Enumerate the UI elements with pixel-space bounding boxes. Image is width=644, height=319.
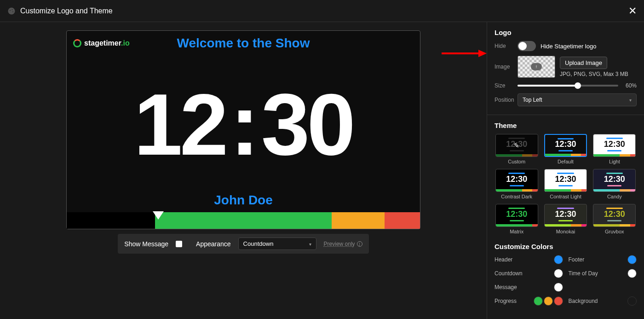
color-row-countdown: Countdown <box>494 269 563 278</box>
chevron-down-icon: ▾ <box>629 98 632 103</box>
theme-name: Contrast Dark <box>501 194 532 199</box>
theme-name: Candy <box>607 194 622 199</box>
upload-hint: JPG, PNG, SVG, Max 3 MB <box>560 71 628 77</box>
info-icon: i <box>357 241 362 247</box>
color-row-header: Header <box>494 255 563 264</box>
preview-controls: Show Message Appearance Countdown ▾ Prev… <box>118 234 368 254</box>
color-swatch[interactable] <box>534 296 543 306</box>
color-swatch[interactable] <box>554 269 563 278</box>
position-value: Top Left <box>523 97 542 103</box>
logo-section-title: Logo <box>494 29 637 36</box>
theme-option-contrast-dark[interactable]: 12:30Contrast Dark <box>494 169 539 199</box>
color-row-time-of-day: Time of Day <box>569 269 637 278</box>
color-label: Progress <box>494 298 517 304</box>
color-row-footer: Footer <box>569 255 637 264</box>
size-slider[interactable] <box>518 85 618 87</box>
color-row-message: Message <box>494 283 563 292</box>
modal-header: Customize Logo and Theme ✕ <box>0 0 644 22</box>
theme-name: Matrix <box>510 229 523 234</box>
image-dropzone[interactable] <box>518 56 555 78</box>
time-minutes: 12 <box>134 75 225 173</box>
theme-option-monokai[interactable]: 12:30Monokai <box>543 204 587 234</box>
image-label: Image <box>494 64 518 70</box>
theme-name: Light <box>609 159 620 164</box>
upload-image-button[interactable]: Upload Image <box>560 57 607 69</box>
theme-name: Custom <box>508 159 525 164</box>
modal-title: Customize Logo and Theme <box>20 7 113 15</box>
color-label: Countdown <box>494 270 523 277</box>
theme-option-contrast-light[interactable]: 12:30Contrast Light <box>543 169 587 199</box>
theme-name: Contrast Light <box>550 194 581 199</box>
color-swatch[interactable] <box>627 269 637 278</box>
theme-section: Theme 12:30✎Custom12:30Default12:30Light… <box>494 122 637 234</box>
color-swatch[interactable] <box>554 296 563 306</box>
size-label: Size <box>494 82 518 89</box>
logo-suffix: .io <box>121 39 130 47</box>
size-value: 60% <box>618 82 637 89</box>
appearance-select[interactable]: Countdown ▾ <box>238 238 316 250</box>
color-row-background: Background <box>569 296 637 306</box>
svg-point-1 <box>10 10 11 11</box>
color-swatch[interactable] <box>554 255 563 264</box>
logo-section: Logo Hide Hide Stagetimer logo Image Upl… <box>494 29 637 106</box>
theme-option-custom[interactable]: 12:30✎Custom <box>494 134 539 164</box>
svg-point-2 <box>12 9 12 10</box>
chevron-down-icon: ▾ <box>309 241 311 246</box>
hide-logo-toggle[interactable] <box>518 41 536 51</box>
colors-section-title: Customize Colors <box>494 243 637 250</box>
progress-caret-icon <box>153 211 164 220</box>
svg-point-3 <box>12 11 13 12</box>
palette-icon <box>7 7 16 15</box>
preview-header-text: Welcome to the Show <box>177 36 310 51</box>
theme-option-default[interactable]: 12:30Default <box>543 134 587 164</box>
theme-option-gruvbox[interactable]: 12:30Gruvbox <box>592 204 637 234</box>
color-swatch[interactable] <box>627 296 637 306</box>
position-label: Position <box>494 97 518 103</box>
annotation-arrow <box>442 50 487 57</box>
color-swatch[interactable] <box>544 296 553 306</box>
color-label: Background <box>569 298 598 304</box>
appearance-label: Appearance <box>196 240 231 248</box>
preview-area: stagetimer.io Welcome to the Show 12:30 … <box>0 22 487 319</box>
hide-logo-toggle-label: Hide Stagetimer logo <box>540 43 596 50</box>
theme-name: Default <box>558 159 574 164</box>
show-message-label: Show Message <box>124 240 168 248</box>
color-row-progress: Progress <box>494 296 563 306</box>
logo-spinner-icon <box>73 39 81 47</box>
preview-only-label[interactable]: Preview only i <box>324 241 362 247</box>
svg-point-0 <box>8 7 15 14</box>
color-label: Header <box>494 256 512 263</box>
theme-name: Monokai <box>556 229 575 234</box>
preview-progress-bar <box>67 212 420 229</box>
color-swatch[interactable] <box>627 255 637 264</box>
upload-cloud-icon <box>531 63 542 70</box>
settings-panel: Logo Hide Hide Stagetimer logo Image Upl… <box>487 22 644 319</box>
color-swatch[interactable] <box>554 283 563 292</box>
logo-text: stagetimer <box>84 39 121 47</box>
color-label: Footer <box>569 256 585 263</box>
color-label: Message <box>494 284 517 290</box>
edit-icon: ✎ <box>496 134 538 157</box>
theme-section-title: Theme <box>494 122 637 129</box>
theme-option-candy[interactable]: 12:30Candy <box>592 169 637 199</box>
timer-preview: stagetimer.io Welcome to the Show 12:30 … <box>66 30 420 229</box>
theme-name: Gruvbox <box>605 229 624 234</box>
color-label: Time of Day <box>569 270 598 277</box>
stagetimer-logo: stagetimer.io <box>73 39 130 47</box>
appearance-value: Countdown <box>243 240 274 247</box>
hide-label: Hide <box>494 43 518 49</box>
theme-option-matrix[interactable]: 12:30Matrix <box>494 204 539 234</box>
colors-section: Customize Colors HeaderFooterCountdownTi… <box>494 243 637 306</box>
theme-option-light[interactable]: 12:30Light <box>592 134 637 164</box>
close-button[interactable]: ✕ <box>628 5 637 17</box>
preview-footer-text: John Doe <box>67 193 420 212</box>
time-seconds: 30 <box>261 75 353 173</box>
preview-time: 12:30 <box>134 81 353 168</box>
show-message-checkbox[interactable] <box>176 241 182 247</box>
position-select[interactable]: Top Left ▾ <box>518 93 637 106</box>
